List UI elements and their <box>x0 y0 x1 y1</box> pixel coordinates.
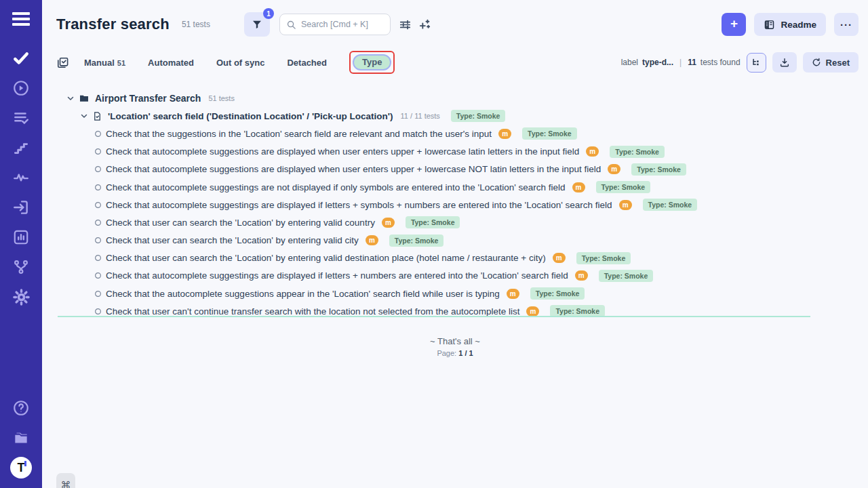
tab-manual[interactable]: Manual 51 <box>84 58 125 68</box>
test-list: Check that the suggestions in the 'Locat… <box>66 125 868 320</box>
test-row[interactable]: Check that user can search the 'Location… <box>94 232 868 249</box>
circle-status-icon <box>94 148 102 155</box>
test-row[interactable]: Check that user can't continue transfer … <box>94 302 868 320</box>
export-button[interactable] <box>772 52 797 73</box>
list-footer: ~ That's all ~ Page: 1 / 1 <box>42 336 868 357</box>
tab-manual-count: 51 <box>117 59 125 67</box>
search-box[interactable] <box>279 14 391 35</box>
summary-divider: | <box>679 58 682 67</box>
label-prefix: label <box>621 58 638 67</box>
type-badge: Type: Smoke <box>576 252 631 264</box>
sidebar-item-projects[interactable] <box>0 423 42 453</box>
list-check-icon <box>12 109 30 127</box>
folders-icon <box>12 429 30 447</box>
sidebar-item-integrations[interactable] <box>0 252 42 282</box>
sidebar-bottom: T <box>0 393 42 488</box>
test-title: Check that user can search the 'Location… <box>106 253 546 263</box>
test-row[interactable]: Check that the suggestions in the 'Locat… <box>94 125 868 142</box>
tab-out-of-sync-label: Out of sync <box>216 58 265 68</box>
sidebar-item-milestones[interactable] <box>0 133 42 163</box>
tab-automated[interactable]: Automated <box>148 58 194 68</box>
type-badge: Type: Smoke <box>406 216 460 228</box>
download-icon <box>779 57 790 68</box>
sparkles-icon <box>418 18 431 31</box>
add-button[interactable]: + <box>722 13 746 36</box>
test-title: Check that user can search the 'Location… <box>106 235 359 245</box>
sign-in-box-icon <box>12 199 30 216</box>
group-count: 11 / 11 tests <box>401 112 440 120</box>
priority-badge: m <box>382 218 395 228</box>
tab-detached[interactable]: Detached <box>287 58 327 68</box>
priority-badge: m <box>498 129 511 139</box>
sidebar-item-test-runs[interactable] <box>0 73 42 103</box>
test-row[interactable]: Check that the autocomplete suggestions … <box>94 285 868 302</box>
test-row[interactable]: Check that autocomplete suggestions are … <box>94 161 868 178</box>
sidebar-item-repository[interactable] <box>0 43 42 73</box>
pulse-icon <box>12 169 30 186</box>
suite-tests-count: 51 tests <box>182 20 210 29</box>
chevron-down-icon[interactable] <box>66 94 75 102</box>
test-title: Check that user can't continue transfer … <box>106 306 519 317</box>
keyboard-shortcuts-button[interactable]: ⌘ <box>56 473 75 488</box>
sidebar-item-settings[interactable] <box>0 282 42 312</box>
type-badge: Type: Smoke <box>522 127 577 140</box>
type-badge: Type: Smoke <box>530 287 585 300</box>
test-row[interactable]: Check that user can search the 'Location… <box>94 249 868 267</box>
test-title: Check that autocomplete suggestings are … <box>106 182 566 192</box>
test-row[interactable]: Check that autocomplete suggestions are … <box>94 143 868 161</box>
priority-badge: m <box>586 146 599 157</box>
search-icon <box>286 20 296 30</box>
test-row[interactable]: Check that autocomplete suggestings are … <box>94 196 868 214</box>
circle-status-icon <box>94 184 102 191</box>
filter-summary-bar: label type-d... | 11 tests found <box>621 52 859 73</box>
circle-status-icon <box>94 237 102 244</box>
circle-status-icon <box>94 219 102 226</box>
tab-out-of-sync[interactable]: Out of sync <box>216 58 265 68</box>
tree-view-toggle-button[interactable] <box>747 53 766 73</box>
priority-badge: m <box>575 270 588 281</box>
page-value: 1 / 1 <box>458 349 473 357</box>
sidebar-item-defects[interactable] <box>0 163 42 192</box>
sidebar-item-help[interactable] <box>0 393 42 423</box>
tabs-row: Manual 51 Automated Out of sync Detached… <box>42 49 868 76</box>
search-input[interactable] <box>301 20 384 29</box>
found-suffix: tests found <box>701 58 741 67</box>
tree-view-icon <box>751 58 762 68</box>
reset-filters-button[interactable]: Reset <box>803 52 859 73</box>
book-icon <box>764 19 775 30</box>
sidebar-item-requirements[interactable] <box>0 192 42 222</box>
priority-badge: m <box>366 235 378 245</box>
type-badge: Type: Smoke <box>643 199 698 211</box>
hamburger-menu-icon[interactable] <box>0 4 42 34</box>
tab-automated-label: Automated <box>148 58 194 68</box>
tab-detached-label: Detached <box>287 58 327 68</box>
test-row[interactable]: Check that autocomplete suggestings are … <box>94 178 868 196</box>
more-options-button[interactable]: ··· <box>834 13 859 36</box>
circle-status-icon <box>94 308 102 315</box>
priority-badge: m <box>507 289 519 299</box>
sidebar-item-test-plans[interactable] <box>0 103 42 133</box>
folder-icon <box>79 93 90 104</box>
test-row[interactable]: Check that autocomplete suggestings are … <box>94 267 868 285</box>
command-icon: ⌘ <box>61 479 71 488</box>
help-circle-icon <box>12 399 30 417</box>
select-all-button[interactable] <box>56 56 69 69</box>
priority-badge: m <box>608 164 620 174</box>
display-settings-button[interactable] <box>399 18 412 31</box>
chevron-down-icon[interactable] <box>80 112 88 120</box>
steps-icon <box>12 139 30 157</box>
suite-row[interactable]: Airport Transfer Search 51 tests <box>66 89 868 107</box>
readme-button[interactable]: Readme <box>754 13 826 36</box>
sidebar-item-analytics[interactable] <box>0 222 42 252</box>
test-row[interactable]: Check that user can search the 'Location… <box>94 214 868 231</box>
readme-label: Readme <box>781 20 816 30</box>
workspace-avatar[interactable]: T <box>0 453 42 483</box>
end-of-list-text: ~ That's all ~ <box>42 336 868 346</box>
group-row[interactable]: 'Location' search field ('Destination Lo… <box>80 107 868 125</box>
ai-assist-button[interactable] <box>418 18 431 31</box>
type-filter-chip[interactable]: Type <box>353 54 391 70</box>
circle-status-icon <box>94 254 102 262</box>
type-badge: Type: Smoke <box>599 270 654 282</box>
filter-button[interactable]: 1 <box>244 12 270 37</box>
main-area: Transfer search 51 tests 1 + <box>42 0 868 488</box>
